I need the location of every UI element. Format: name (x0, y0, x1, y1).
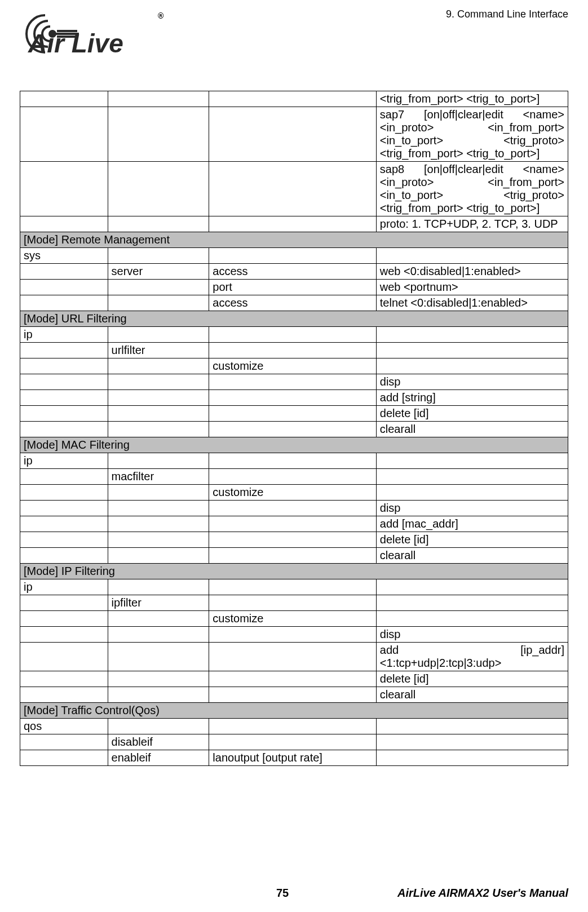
table-cell (20, 627, 108, 643)
table-cell: sap7 [on|off|clear|edit <name> <in_proto… (376, 107, 568, 162)
table-cell: disableif (108, 734, 209, 750)
table-cell (376, 248, 568, 264)
table-row: <trig_from_port> <trig_to_port>] (20, 91, 568, 107)
table-cell (20, 107, 108, 162)
table-cell (209, 579, 376, 595)
table-cell (209, 687, 376, 703)
table-cell (20, 295, 108, 311)
table-row: serveraccessweb <0:disabled|1:enabled> (20, 264, 568, 280)
table-cell (376, 719, 568, 734)
table-cell: macfilter (108, 469, 209, 485)
table-cell (20, 280, 108, 295)
table-cell (209, 327, 376, 343)
table-cell (108, 162, 209, 216)
table-cell (108, 295, 209, 311)
table-cell (376, 579, 568, 595)
table-cell: clearall (376, 687, 568, 703)
table-cell: clearall (376, 548, 568, 564)
table-cell (376, 453, 568, 469)
table-cell (209, 627, 376, 643)
table-cell (376, 595, 568, 611)
table-cell (20, 516, 108, 532)
table-row: [Mode] Remote Management (20, 232, 568, 248)
table-cell (20, 162, 108, 216)
table-cell: add [mac_addr] (376, 516, 568, 532)
table-row: qos (20, 719, 568, 734)
table-cell (108, 422, 209, 437)
table-cell (209, 107, 376, 162)
table-cell (209, 453, 376, 469)
table-row: ipfilter (20, 595, 568, 611)
table-cell (209, 595, 376, 611)
table-cell: urlfilter (108, 343, 209, 358)
table-cell (108, 501, 209, 516)
table-cell (20, 216, 108, 232)
table-cell: disp (376, 374, 568, 390)
table-cell (108, 627, 209, 643)
table-cell (108, 91, 209, 107)
table-cell (209, 248, 376, 264)
table-cell (108, 579, 209, 595)
table-cell: delete [id] (376, 532, 568, 548)
table-cell (376, 734, 568, 750)
table-row: customize (20, 358, 568, 374)
table-cell (20, 671, 108, 687)
table-cell (209, 406, 376, 422)
table-cell (376, 611, 568, 627)
table-row: [Mode] MAC Filtering (20, 437, 568, 453)
table-cell (108, 280, 209, 295)
table-cell (20, 734, 108, 750)
table-cell (376, 469, 568, 485)
table-cell (20, 595, 108, 611)
page-number: 75 (276, 887, 289, 900)
table-cell: delete [id] (376, 406, 568, 422)
table-cell (209, 469, 376, 485)
table-cell (108, 107, 209, 162)
table-cell (209, 548, 376, 564)
table-cell: qos (20, 719, 108, 734)
table-cell: customize (209, 358, 376, 374)
table-cell (20, 750, 108, 766)
section-header: [Mode] MAC Filtering (20, 437, 568, 453)
table-cell (108, 406, 209, 422)
table-cell (209, 532, 376, 548)
table-row: sap7 [on|off|clear|edit <name> <in_proto… (20, 107, 568, 162)
table-cell (376, 485, 568, 501)
table-cell (20, 91, 108, 107)
table-cell: sys (20, 248, 108, 264)
table-cell (20, 374, 108, 390)
table-cell (108, 643, 209, 671)
table-row: clearall (20, 422, 568, 437)
registered-mark: ® (158, 11, 164, 20)
table-cell (209, 516, 376, 532)
table-row: delete [id] (20, 532, 568, 548)
table-cell (108, 248, 209, 264)
table-cell (209, 501, 376, 516)
table-row: add [mac_addr] (20, 516, 568, 532)
table-cell (209, 643, 376, 671)
table-cell (209, 374, 376, 390)
table-cell: access (209, 264, 376, 280)
table-cell (108, 327, 209, 343)
table-cell: web <portnum> (376, 280, 568, 295)
section-header: [Mode] IP Filtering (20, 564, 568, 579)
table-cell: add [ip_addr] <1:tcp+udp|2:tcp|3:udp> (376, 643, 568, 671)
table-cell (108, 687, 209, 703)
table-cell (108, 548, 209, 564)
table-cell (108, 374, 209, 390)
table-cell (209, 671, 376, 687)
table-cell: clearall (376, 422, 568, 437)
table-row: add [ip_addr] <1:tcp+udp|2:tcp|3:udp> (20, 643, 568, 671)
table-cell (108, 516, 209, 532)
table-cell (108, 453, 209, 469)
table-row: macfilter (20, 469, 568, 485)
table-cell (209, 422, 376, 437)
table-cell: customize (209, 611, 376, 627)
section-header: [Mode] URL Filtering (20, 311, 568, 327)
table-cell (209, 734, 376, 750)
table-cell (20, 469, 108, 485)
table-cell (20, 422, 108, 437)
table-cell: ipfilter (108, 595, 209, 611)
table-cell: telnet <0:disabled|1:enabled> (376, 295, 568, 311)
table-cell (209, 719, 376, 734)
